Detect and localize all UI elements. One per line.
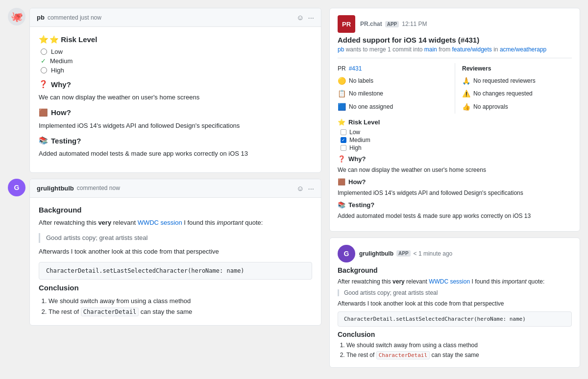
wwdc-link-left[interactable]: WWDC session [138, 219, 182, 226]
pr-details-right: Reviewers 🙏No requested reviewers ⚠️No c… [455, 63, 572, 114]
pr-why-content: We can now display the weather on user's… [338, 166, 572, 174]
reviewers-label: Reviewers [462, 63, 572, 74]
msg-conclusion-item-2: The rest of CharacterDetail can stay the… [346, 350, 572, 360]
background-title: Background [39, 206, 312, 214]
msg-time: < 1 minute ago [414, 250, 453, 257]
risk-low: Low [41, 48, 312, 55]
grulightbulb-avatar-left: G [8, 179, 25, 196]
pb-avatar: 🐙 [8, 8, 25, 25]
pr-header-row: PR PR.chat APP 12:11 PM [338, 15, 572, 33]
pr-main-branch[interactable]: main [424, 46, 437, 53]
pr-how-section: 🟫How? Implemented iOS 14's widgets API a… [338, 178, 572, 197]
comment-body-1: ⭐ ⭐ Risk Level Low ✓ Medium High [30, 27, 321, 172]
wwdc-link-right[interactable]: WWDC session [429, 278, 470, 285]
pr-details-grid: PR #431 🟡No labels 📋No milestone 🟦No one… [338, 58, 572, 114]
pr-details-left: PR #431 🟡No labels 📋No milestone 🟦No one… [338, 63, 455, 114]
msg-meta: grulightbulb APP < 1 minute ago [359, 250, 452, 257]
pr-testing-content: Added automated model tests & made sure … [338, 212, 572, 220]
pr-risk-medium: ✓ Medium [341, 137, 572, 143]
background-after-left: Afterwards I took another look at this c… [39, 247, 312, 257]
msg-app-badge: APP [396, 250, 411, 257]
pr-app-badge: APP [385, 21, 399, 27]
comment-meta-1: commented just now [48, 14, 101, 21]
comment-username-2: grulightbulb [37, 185, 74, 192]
grulightbulb-msg-card: G grulightbulb APP < 1 minute ago Backgr… [329, 237, 580, 368]
conclusion-title-left: Conclusion [39, 284, 312, 292]
no-changes: ⚠️No changes requested [462, 87, 572, 100]
msg-conclusion-title: Conclusion [338, 331, 572, 338]
how-content: Implemented iOS 14's widgets API and fol… [39, 121, 312, 131]
more-options-btn-1[interactable]: ··· [308, 13, 314, 22]
no-approvals: 👍No approvals [462, 100, 572, 114]
pr-subtitle: pb wants to merge 1 commit into main fro… [338, 46, 572, 53]
conclusion-item-1-left: We should switch away from using a class… [49, 296, 312, 307]
conclusion-list-left: We should switch away from using a class… [39, 296, 312, 317]
no-reviewers: 🙏No requested reviewers [462, 74, 572, 88]
emoji-reaction-btn-1[interactable]: ☺ [296, 13, 304, 22]
left-panel: 🐙 pb commented just now ☺ ··· ⭐ ⭐ Risk L… [8, 8, 321, 368]
msg-conclusion-item-1: We should switch away from using a class… [346, 340, 572, 350]
why-title: ❓ Why? [39, 80, 312, 89]
checkmark-icon: ✓ [41, 57, 46, 65]
pr-risk-low: Low [341, 129, 572, 136]
pr-no-labels: 🟡No labels [338, 74, 455, 88]
pr-testing-section: 📚Testing? Added automated model tests & … [338, 201, 572, 220]
msg-background-title: Background [338, 266, 572, 274]
msg-conclusion-list: We should switch away from using a class… [338, 340, 572, 360]
pr-subtitle-user[interactable]: pb [338, 46, 344, 53]
comment-card-2: grulightbulb commented now ☺ ··· Backgro… [29, 179, 321, 326]
msg-blockquote: Good artists copy; great artists steal [338, 289, 572, 296]
comment-header-left-2: grulightbulb commented now [37, 185, 296, 192]
risk-medium: ✓ Medium [41, 57, 312, 65]
comment-username-1: pb [37, 14, 45, 21]
msg-background-text: After rewatching this very relevant WWDC… [338, 277, 572, 286]
how-title: 🟫 How? [39, 108, 312, 117]
msg-code-block: CharacterDetail.setLastSelectedCharacter… [338, 311, 572, 327]
pr-header-meta: PR.chat APP 12:11 PM [360, 21, 427, 27]
msg-username: grulightbulb [359, 250, 393, 257]
comment-body-2: Background After rewatching this very re… [30, 198, 321, 326]
testing-content: Added automated model tests & made sure … [39, 149, 312, 159]
pr-title: Added support for iOS 14 widgets (#431) [338, 36, 572, 44]
comment-header-icons-2: ☺ ··· [296, 184, 314, 192]
pr-app-name: PR.chat [360, 21, 382, 27]
pr-risk-high-checkbox [341, 145, 346, 151]
pr-risk-medium-checkbox: ✓ [341, 137, 346, 143]
testing-title: 📚 Testing? [39, 136, 312, 145]
risk-high-radio[interactable] [41, 67, 47, 73]
pr-time: 12:11 PM [402, 21, 427, 27]
blockquote-left: Good artists copy; great artists steal [39, 233, 312, 243]
comment1-row: 🐙 pb commented just now ☺ ··· ⭐ ⭐ Risk L… [8, 8, 321, 173]
pr-risk-title: ⭐Risk Level [338, 118, 572, 126]
pr-feature-branch[interactable]: feature/widgets [452, 46, 491, 53]
pr-risk-low-checkbox [341, 129, 346, 135]
why-content: We can now display the weather on user's… [39, 93, 312, 102]
risk-low-radio[interactable] [41, 48, 47, 55]
comment-header-2: grulightbulb commented now ☺ ··· [30, 179, 321, 198]
pr-num-link[interactable]: #431 [349, 63, 362, 74]
pr-how-title: 🟫How? [338, 178, 572, 186]
pr-why-title: ❓Why? [338, 155, 572, 163]
right-panel: PR PR.chat APP 12:11 PM Added support fo… [329, 8, 580, 368]
more-options-btn-2[interactable]: ··· [308, 184, 314, 192]
background-text: After rewatching this very relevant WWDC… [39, 218, 312, 228]
pr-no-milestone: 📋No milestone [338, 87, 455, 100]
emoji-reaction-btn-2[interactable]: ☺ [296, 184, 304, 192]
pr-how-content: Implemented iOS 14's widgets API and fol… [338, 189, 572, 197]
conclusion-item-2-left: The rest of CharacterDetail can stay the… [49, 307, 312, 317]
msg-after-quote: Afterwards I took another look at this c… [338, 299, 572, 308]
msg-username-row: grulightbulb APP < 1 minute ago [359, 250, 452, 257]
code-block-left: CharacterDetail.setLastSelectedCharacter… [39, 262, 312, 280]
risk-high: High [41, 67, 312, 74]
comment-header-icons-1: ☺ ··· [296, 13, 314, 22]
pr-risk-high: High [341, 144, 572, 151]
comment-header-1: pb commented just now ☺ ··· [30, 8, 321, 27]
comment-meta-2: commented now [77, 185, 120, 191]
pr-repo[interactable]: acme/weatherapp [500, 46, 546, 53]
pr-risk-group: Low ✓ Medium High [341, 129, 572, 151]
comment2-row: G grulightbulb commented now ☺ ··· Backg… [8, 179, 321, 326]
pr-risk-section: ⭐Risk Level Low ✓ Medium High [338, 118, 572, 151]
pr-why-section: ❓Why? We can now display the weather on … [338, 155, 572, 174]
pr-num-item: PR #431 [338, 63, 455, 74]
comment-header-left-1: pb commented just now [37, 14, 296, 21]
